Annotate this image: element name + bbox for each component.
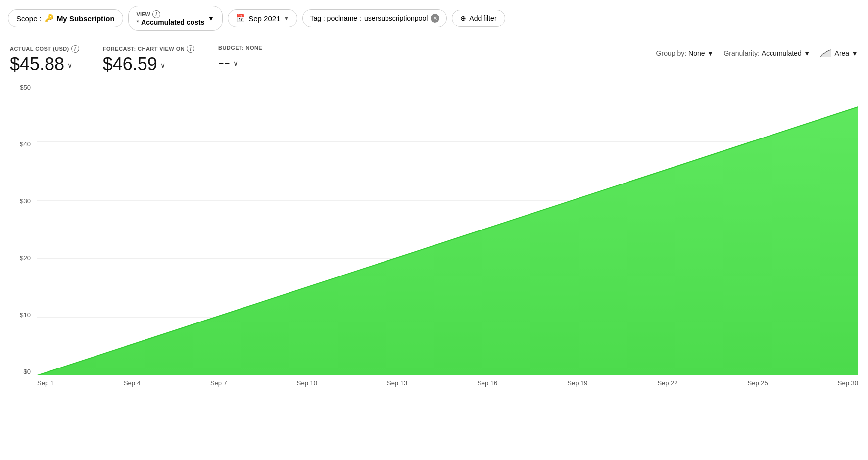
- forecast-info-icon[interactable]: i: [187, 45, 194, 53]
- x-label-sep13: Sep 13: [387, 379, 407, 387]
- add-filter-label: Add filter: [469, 14, 496, 22]
- granularity-label: Granularity:: [723, 49, 759, 57]
- x-label-sep4: Sep 4: [124, 379, 141, 387]
- chart-type-control[interactable]: Area ▼: [820, 49, 858, 57]
- date-button[interactable]: 📅 Sep 2021 ▼: [228, 9, 297, 27]
- view-chevron-icon: ▼: [207, 14, 214, 22]
- svg-marker-0: [820, 50, 831, 57]
- view-info-icon[interactable]: i: [152, 10, 160, 18]
- granularity-chevron-icon: ▼: [804, 49, 811, 57]
- budget-label: BUDGET: NONE: [218, 45, 262, 51]
- area-chart-svg: [37, 84, 858, 375]
- tag-value: usersubscriptionpool: [364, 14, 428, 22]
- scope-prefix: Scope :: [16, 14, 42, 23]
- y-label-10: $10: [10, 311, 35, 319]
- chart-inner: [37, 84, 858, 375]
- chart-type-chevron-icon: ▼: [851, 49, 858, 57]
- chart-container: $0 $10 $20 $30 $40 $50: [10, 84, 858, 390]
- budget-chevron: ∨: [233, 59, 238, 67]
- x-label-sep1: Sep 1: [37, 379, 54, 387]
- actual-cost-block: ACTUAL COST (USD) i $45.88 ∨: [10, 45, 79, 75]
- budget-value[interactable]: -- ∨: [218, 52, 262, 73]
- group-by-chevron-icon: ▼: [707, 49, 714, 57]
- view-value: Accumulated costs: [141, 18, 204, 26]
- tag-close-icon[interactable]: ✕: [431, 14, 439, 23]
- y-label-40: $40: [10, 140, 35, 148]
- x-label-sep7: Sep 7: [210, 379, 227, 387]
- chart-type-value: Area: [835, 49, 850, 57]
- x-label-sep19: Sep 19: [567, 379, 587, 387]
- view-label: VIEW: [137, 11, 150, 17]
- scope-button[interactable]: Scope : 🔑 My Subscription: [8, 9, 123, 27]
- x-label-sep16: Sep 16: [477, 379, 497, 387]
- add-filter-icon: ⊕: [460, 14, 466, 22]
- x-axis: Sep 1 Sep 4 Sep 7 Sep 10 Sep 13 Sep 16 S…: [37, 375, 858, 390]
- forecast-chevron: ∨: [160, 61, 165, 69]
- area-chart-icon: [820, 49, 833, 57]
- view-asterisk-mark: *: [137, 18, 139, 26]
- view-button[interactable]: VIEW i * Accumulated costs ▼: [128, 6, 223, 31]
- actual-cost-chevron: ∨: [67, 61, 72, 69]
- group-by-label: Group by:: [656, 49, 686, 57]
- date-chevron-icon: ▼: [283, 15, 289, 22]
- controls-right: Group by: None ▼ Granularity: Accumulate…: [656, 49, 858, 57]
- add-filter-button[interactable]: ⊕ Add filter: [452, 10, 505, 27]
- budget-block: BUDGET: NONE -- ∨: [218, 45, 262, 73]
- forecast-label: FORECAST: CHART VIEW ON i: [103, 45, 194, 53]
- scope-value: My Subscription: [57, 14, 115, 23]
- scope-key-icon: 🔑: [45, 14, 54, 23]
- date-value: Sep 2021: [248, 14, 280, 23]
- group-by-value: None: [688, 49, 705, 57]
- actual-cost-info-icon[interactable]: i: [71, 45, 79, 53]
- calendar-icon: 📅: [236, 14, 245, 23]
- actual-cost-label: ACTUAL COST (USD) i: [10, 45, 79, 53]
- granularity-control[interactable]: Granularity: Accumulated ▼: [723, 49, 810, 57]
- y-label-30: $30: [10, 197, 35, 205]
- toolbar: Scope : 🔑 My Subscription VIEW i * Accum…: [0, 0, 868, 37]
- y-axis: $0 $10 $20 $30 $40 $50: [10, 84, 35, 375]
- x-label-sep22: Sep 22: [657, 379, 677, 387]
- chart-area: $0 $10 $20 $30 $40 $50: [10, 84, 858, 390]
- metrics-controls-row: ACTUAL COST (USD) i $45.88 ∨ FORECAST: C…: [0, 37, 868, 79]
- tag-button[interactable]: Tag : poolname : usersubscriptionpool ✕: [302, 9, 447, 27]
- x-label-sep10: Sep 10: [297, 379, 317, 387]
- x-label-sep25: Sep 25: [748, 379, 768, 387]
- forecast-value[interactable]: $46.59 ∨: [103, 54, 194, 75]
- actual-cost-value[interactable]: $45.88 ∨: [10, 54, 79, 75]
- forecast-block: FORECAST: CHART VIEW ON i $46.59 ∨: [103, 45, 194, 75]
- group-by-control[interactable]: Group by: None ▼: [656, 49, 714, 57]
- y-label-0: $0: [10, 368, 35, 375]
- x-label-sep30: Sep 30: [838, 379, 858, 387]
- y-label-20: $20: [10, 254, 35, 262]
- tag-prefix: Tag : poolname :: [310, 14, 361, 22]
- metrics-left: ACTUAL COST (USD) i $45.88 ∨ FORECAST: C…: [10, 45, 262, 75]
- granularity-value: Accumulated: [762, 49, 802, 57]
- y-label-50: $50: [10, 84, 35, 91]
